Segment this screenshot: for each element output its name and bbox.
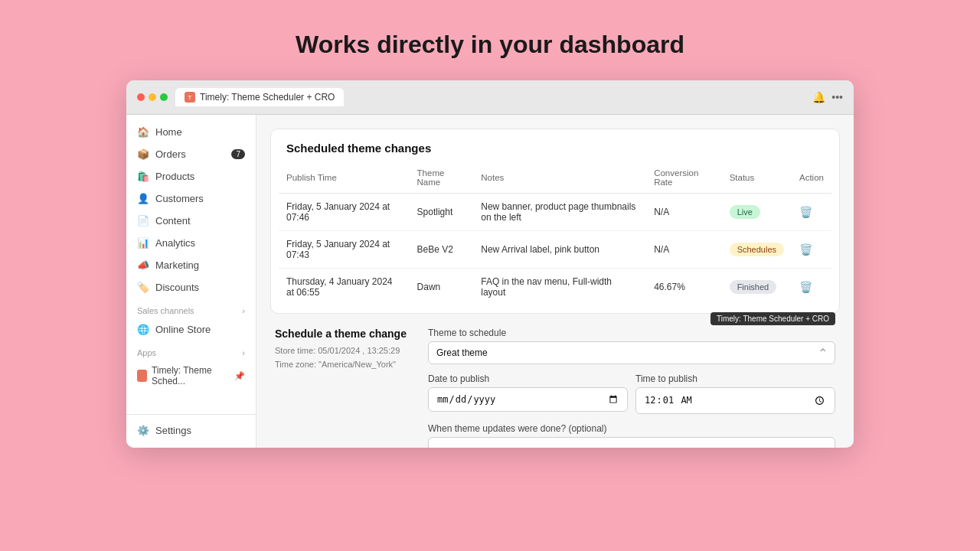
sidebar-label-marketing: Marketing (155, 259, 199, 271)
date-label: Date to publish (428, 373, 628, 384)
sidebar-label-analytics: Analytics (155, 237, 195, 249)
page-heading: Works directly in your dashboard (296, 31, 684, 59)
browser-dots (137, 93, 168, 101)
main-panel: Scheduled theme changes Publish Time The… (256, 115, 854, 448)
sidebar-item-analytics[interactable]: 📊 Analytics (126, 232, 256, 254)
delete-button[interactable]: 🗑️ (799, 281, 812, 293)
timely-app-icon (137, 370, 147, 382)
sidebar-label-customers: Customers (155, 193, 204, 204)
store-time-info: Store time: 05/01/2024 , 13:25:29 (275, 344, 413, 358)
sidebar-item-customers[interactable]: 👤 Customers (126, 187, 256, 210)
sidebar-item-online-store[interactable]: 🌐 Online Store (126, 318, 256, 341)
scheduled-table: Publish Time Theme Name Notes Conversion… (279, 162, 831, 305)
cell-status: Live (722, 194, 792, 231)
orders-icon: 📦 (137, 148, 149, 160)
sidebar-item-marketing[interactable]: 📣 Marketing (126, 254, 256, 276)
cell-notes: FAQ in the nav menu, Full-width layout (473, 269, 646, 306)
notes-textarea[interactable] (428, 437, 835, 448)
table-row: Friday, 5 January 2024 at 07:46 Spotligh… (279, 194, 831, 231)
pin-icon: 📌 (234, 371, 245, 381)
discounts-icon: 🏷️ (137, 282, 149, 293)
browser-content: 🏠 Home 📦 Orders 7 🛍️ Products 👤 Customer… (126, 115, 854, 448)
time-group: Time to publish (635, 373, 835, 414)
notes-group: When theme updates were done? (optional) (428, 423, 835, 448)
orders-badge: 7 (231, 149, 245, 159)
products-icon: 🛍️ (137, 171, 149, 182)
sidebar-label-discounts: Discounts (155, 282, 199, 293)
cell-action: 🗑️ (792, 194, 831, 231)
marketing-icon: 📣 (137, 259, 149, 271)
browser-tab[interactable]: T Timely: Theme Scheduler + CRO (175, 88, 344, 106)
sidebar-item-products[interactable]: 🛍️ Products (126, 165, 256, 187)
col-status: Status (722, 162, 792, 194)
apps-arrow: › (242, 348, 245, 357)
analytics-icon: 📊 (137, 237, 149, 249)
theme-to-schedule-label: Theme to schedule (428, 328, 835, 338)
sidebar-item-settings[interactable]: ⚙️ Settings (126, 419, 256, 442)
time-input[interactable] (635, 387, 835, 414)
customers-icon: 👤 (137, 193, 149, 204)
schedule-left: Schedule a theme change Store time: 05/0… (275, 328, 413, 448)
maximize-dot[interactable] (160, 93, 168, 101)
status-badge: Schedules (730, 243, 784, 256)
more-options-icon[interactable]: ••• (831, 91, 843, 103)
tooltip: Timely: Theme Scheduler + CRO (710, 312, 835, 325)
delete-button[interactable]: 🗑️ (799, 206, 812, 218)
cell-notes: New Arrival label, pink button (473, 231, 646, 269)
sidebar-item-timely-app[interactable]: Timely: Theme Sched... 📌 (126, 360, 256, 391)
apps-label: Apps (137, 348, 156, 357)
status-badge: Live (730, 205, 760, 219)
notes-label: When theme updates were done? (optional) (428, 423, 835, 434)
sales-channels-section: Sales channels › (126, 298, 256, 318)
sidebar-item-home[interactable]: 🏠 Home (126, 121, 256, 143)
cell-conversion-rate: N/A (646, 231, 721, 269)
cell-publish-time: Friday, 5 January 2024 at 07:46 (279, 194, 410, 231)
cell-action: 🗑️ (792, 231, 831, 269)
schedule-right: Theme to schedule Great theme ⌃ Date to … (428, 328, 835, 448)
settings-label: Settings (155, 425, 191, 436)
apps-section: Apps › (126, 341, 256, 360)
browser-actions: 🔔 ••• (812, 91, 843, 103)
minimize-dot[interactable] (149, 93, 156, 101)
sidebar-item-orders[interactable]: 📦 Orders 7 (126, 143, 256, 165)
sales-channels-label: Sales channels (137, 306, 194, 315)
sidebar-bottom: ⚙️ Settings (126, 414, 256, 442)
close-dot[interactable] (137, 93, 145, 101)
home-icon: 🏠 (137, 126, 149, 138)
cell-status: Schedules (722, 231, 792, 269)
cell-publish-time: Thursday, 4 January 2024 at 06:55 (279, 269, 410, 306)
col-notes: Notes (473, 162, 646, 194)
sidebar-label-online-store: Online Store (155, 324, 211, 335)
sidebar-item-discounts[interactable]: 🏷️ Discounts (126, 276, 256, 298)
cell-theme-name: Dawn (410, 269, 474, 306)
cell-conversion-rate: N/A (646, 194, 721, 231)
online-store-icon: 🌐 (137, 324, 149, 335)
sidebar-label-orders: Orders (155, 148, 186, 160)
sales-channels-arrow: › (242, 306, 245, 315)
cell-publish-time: Friday, 5 January 2024 at 07:43 (279, 231, 410, 269)
status-badge: Finished (730, 280, 777, 294)
bell-icon[interactable]: 🔔 (812, 91, 825, 103)
theme-select[interactable]: Great theme (428, 341, 835, 364)
sidebar-item-content[interactable]: 📄 Content (126, 210, 256, 232)
tab-icon: T (185, 92, 195, 103)
browser-toolbar: T Timely: Theme Scheduler + CRO 🔔 ••• (126, 80, 854, 115)
col-conversion-rate: Conversion Rate (646, 162, 721, 194)
col-theme-name: Theme Name (410, 162, 474, 194)
scheduled-changes-card: Scheduled theme changes Publish Time The… (270, 129, 840, 314)
timely-app-label: Timely: Theme Sched... (152, 365, 230, 386)
table-row: Thursday, 4 January 2024 at 06:55 Dawn F… (279, 269, 831, 306)
date-time-row: Date to publish Time to publish (428, 373, 835, 423)
theme-select-wrapper: Great theme ⌃ (428, 341, 835, 364)
col-publish-time: Publish Time (279, 162, 410, 194)
theme-to-schedule-group: Theme to schedule Great theme ⌃ (428, 328, 835, 364)
sidebar-label-content: Content (155, 215, 191, 227)
delete-button[interactable]: 🗑️ (799, 243, 812, 256)
date-input[interactable] (428, 387, 628, 412)
settings-icon: ⚙️ (137, 425, 149, 436)
cell-theme-name: Spotlight (410, 194, 474, 231)
time-label: Time to publish (635, 373, 835, 384)
timezone-info: Time zone: "America/New_York" (275, 358, 413, 372)
content-icon: 📄 (137, 215, 149, 227)
tab-label: Timely: Theme Scheduler + CRO (200, 92, 335, 103)
